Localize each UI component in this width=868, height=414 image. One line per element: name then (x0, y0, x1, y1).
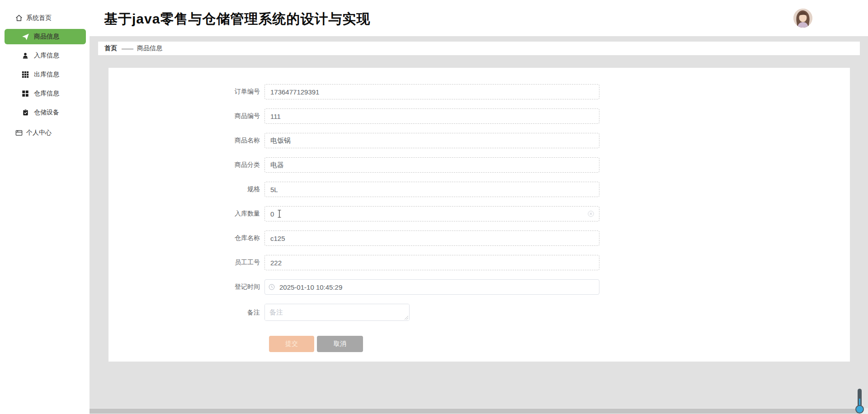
field-label: 商品编号 (108, 112, 264, 120)
grid4-icon (21, 89, 29, 98)
user-avatar[interactable] (793, 9, 812, 28)
sidebar-item-system-home[interactable]: 系统首页 (0, 9, 90, 27)
sidebar-item-storage-equipment[interactable]: 仓储设备 (0, 103, 90, 122)
field-label: 规格 (108, 185, 264, 193)
form-card: 订单编号 商品编号 商品名称 商品分类 规格 (108, 68, 850, 362)
sidebar: 系统首页 商品信息 入库信息 (0, 0, 90, 414)
content-area: 首页 —— 商品信息 订单编号 商品编号 商品名称 商品分类 (90, 36, 868, 408)
product-no-input[interactable] (264, 108, 599, 124)
field-label: 商品分类 (108, 161, 264, 169)
submit-button[interactable]: 提交 (269, 336, 314, 352)
form-row-product-no: 商品编号 (108, 108, 850, 124)
sidebar-item-label: 仓库信息 (34, 89, 59, 98)
breadcrumb-home[interactable]: 首页 (104, 44, 117, 52)
horizontal-scrollbar-thumb[interactable] (90, 409, 859, 414)
sidebar-item-product-info[interactable]: 商品信息 (5, 29, 86, 44)
sidebar-item-label: 商品信息 (34, 33, 59, 41)
order-no-input[interactable] (264, 84, 599, 99)
register-time-input[interactable] (264, 279, 599, 295)
clear-input-icon[interactable] (588, 211, 594, 219)
breadcrumb-separator: —— (122, 45, 132, 52)
cancel-button[interactable]: 取消 (317, 336, 363, 352)
field-label: 订单编号 (108, 88, 264, 96)
field-label: 仓库名称 (108, 234, 264, 242)
sidebar-item-outbound-info[interactable]: 出库信息 (0, 65, 90, 84)
sidebar-item-label: 出库信息 (34, 71, 59, 79)
form-row-order-no: 订单编号 (108, 84, 850, 99)
sidebar-item-label: 系统首页 (26, 14, 52, 22)
form-row-product-name: 商品名称 (108, 133, 850, 148)
sidebar-item-label: 入库信息 (34, 52, 59, 60)
sidebar-item-label: 个人中心 (26, 129, 52, 137)
field-label: 入库数量 (108, 210, 264, 218)
inbound-qty-input[interactable] (264, 206, 599, 221)
product-category-input[interactable] (264, 157, 599, 173)
form-row-warehouse-name: 仓库名称 (108, 231, 850, 246)
sidebar-item-label: 仓储设备 (34, 108, 59, 117)
field-label: 员工工号 (108, 259, 264, 267)
sidebar-item-personal-center[interactable]: 个人中心 (0, 124, 90, 142)
app-window: 系统首页 商品信息 入库信息 (0, 0, 868, 414)
remark-textarea[interactable] (264, 304, 410, 321)
form-row-product-category: 商品分类 (108, 157, 850, 173)
product-name-input[interactable] (264, 133, 599, 148)
form-row-employee-no: 员工工号 (108, 255, 850, 270)
horizontal-scrollbar (90, 408, 868, 414)
warehouse-name-input[interactable] (264, 231, 599, 246)
scroll-to-top-widget[interactable] (854, 389, 864, 414)
top-header: 基于java零售与仓储管理系统的设计与实现 (90, 0, 868, 36)
form-actions: 提交 取消 (269, 336, 850, 352)
employee-no-input[interactable] (264, 255, 599, 270)
breadcrumb-current: 商品信息 (137, 44, 162, 52)
clipboard-check-icon (21, 108, 29, 117)
field-label: 商品名称 (108, 136, 264, 145)
form-row-spec: 规格 (108, 182, 850, 197)
inbound-form: 订单编号 商品编号 商品名称 商品分类 规格 (108, 84, 850, 352)
form-row-inbound-qty: 入库数量 (108, 206, 850, 221)
scroll-widget-dot (855, 405, 864, 414)
sidebar-item-warehouse-info[interactable]: 仓库信息 (0, 84, 90, 103)
grid9-icon (21, 71, 29, 79)
sidebar-item-inbound-info[interactable]: 入库信息 (0, 46, 90, 65)
form-row-remark: 备注 (108, 304, 850, 319)
page-title: 基于java零售与仓储管理系统的设计与实现 (104, 10, 370, 28)
field-label: 备注 (108, 304, 264, 321)
user-icon (21, 52, 29, 60)
spec-input[interactable] (264, 182, 599, 197)
profile-card-icon (15, 129, 23, 137)
breadcrumb: 首页 —— 商品信息 (98, 42, 860, 55)
field-label: 登记时间 (108, 283, 264, 291)
send-icon (21, 33, 29, 41)
home-icon (15, 14, 23, 22)
form-row-register-time: 登记时间 (108, 279, 850, 295)
